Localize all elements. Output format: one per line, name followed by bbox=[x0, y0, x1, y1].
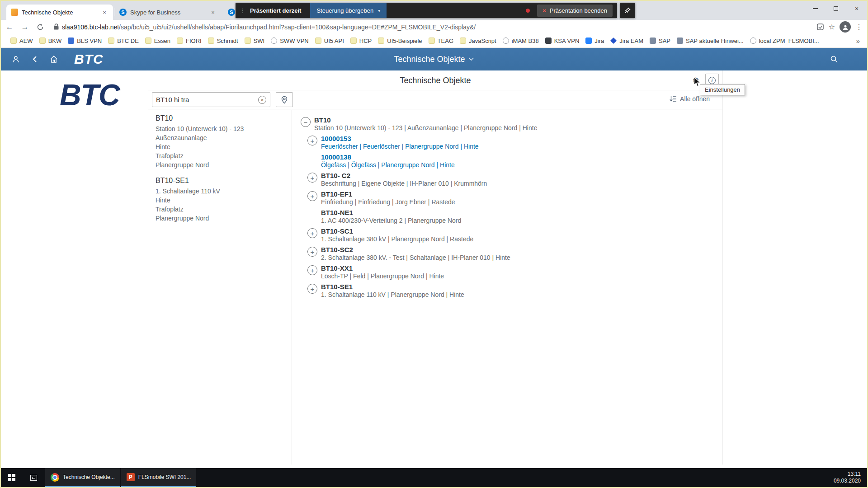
bookmark-item[interactable]: BLS VPN bbox=[65, 38, 105, 44]
bookmark-item[interactable]: SAP aktuelle Hinwei... bbox=[674, 38, 747, 44]
user-icon[interactable] bbox=[12, 55, 20, 63]
tree-row[interactable]: + BT10-SC2 2. Schaltanlage 380 kV. - Tes… bbox=[307, 246, 722, 262]
bookmark-item[interactable]: HCP bbox=[347, 38, 375, 44]
taskbar-clock[interactable]: 13:11 09.03.2020 bbox=[830, 468, 867, 487]
fiori-favicon bbox=[11, 9, 18, 16]
tree-item-title[interactable]: BT10-XX1 bbox=[321, 264, 444, 272]
tree-item-desc: Beschriftung | Eigene Objekte | IH-Plane… bbox=[321, 180, 487, 188]
app-title[interactable]: Technische Objekte bbox=[394, 55, 474, 64]
expand-icon[interactable]: + bbox=[307, 191, 317, 201]
back-icon[interactable] bbox=[32, 55, 38, 63]
expand-icon[interactable]: + bbox=[307, 173, 317, 183]
tree-row[interactable]: + 10000153 Feuerlöscher | Feuerlöscher |… bbox=[307, 135, 722, 150]
pin-bar-button[interactable] bbox=[620, 3, 635, 18]
profile-avatar[interactable] bbox=[840, 21, 851, 33]
tree-row[interactable]: + BT10-EF1 Einfriedung | Einfriedung | J… bbox=[307, 190, 722, 206]
tree-row[interactable]: BT10-NE1 1. AC 400/230-V-Verteilung 2 | … bbox=[307, 209, 722, 225]
start-button[interactable] bbox=[1, 468, 23, 487]
skype-favicon: S bbox=[228, 9, 235, 16]
bookmark-item[interactable]: Jira EAM bbox=[607, 38, 646, 44]
expand-icon[interactable]: + bbox=[307, 247, 317, 257]
browser-tab-active[interactable]: Technische Objekte × bbox=[6, 5, 113, 20]
bookmark-item[interactable]: TEAG bbox=[425, 38, 457, 44]
tree-row[interactable]: − BT10 Station 10 (Unterwerk 10) - 123 |… bbox=[301, 116, 722, 132]
url-domain: slaa9106.btc-lab.net bbox=[62, 23, 119, 31]
transfer-control-button[interactable]: Steuerung übergeben ▾ bbox=[310, 3, 387, 18]
list-item-line: 1. Schaltanlage 110 kV bbox=[156, 187, 284, 196]
lock-icon[interactable] bbox=[53, 23, 59, 30]
tree-row[interactable]: + BT10-SE1 1. Schaltanlage 110 kV | Plan… bbox=[307, 283, 722, 299]
tree-item-title[interactable]: BT10-EF1 bbox=[321, 190, 455, 198]
tab-title: Skype for Business bbox=[130, 9, 206, 16]
clear-search-icon[interactable]: × bbox=[258, 96, 266, 104]
expand-icon[interactable]: + bbox=[307, 136, 317, 145]
browser-menu-icon[interactable]: ⋮ bbox=[855, 23, 863, 31]
bookmark-item[interactable]: SWW VPN bbox=[268, 38, 312, 44]
tree-item-link[interactable]: 10000153 bbox=[321, 135, 479, 143]
forward-button[interactable]: → bbox=[18, 21, 32, 33]
maximize-button[interactable] bbox=[826, 1, 846, 16]
reload-button[interactable] bbox=[33, 21, 47, 33]
bookmark-item[interactable]: SAP bbox=[646, 38, 674, 44]
tree-row[interactable]: + BT10-SC1 1. Schaltanlage 380 kV | Plan… bbox=[307, 227, 722, 243]
taskbar-app-chrome[interactable]: Technische Objekte... bbox=[45, 468, 120, 487]
expand-icon[interactable]: + bbox=[307, 284, 317, 294]
grip-icon[interactable]: ⋮ bbox=[240, 7, 245, 14]
tree-item-desc: 1. Schaltanlage 380 kV | Planergruppe No… bbox=[321, 235, 473, 243]
bookmark-label: Jira EAM bbox=[619, 38, 643, 44]
search-field[interactable]: × bbox=[152, 92, 270, 107]
tab-close-icon[interactable]: × bbox=[209, 8, 217, 16]
bookmark-item[interactable]: FIORI bbox=[174, 38, 205, 44]
task-view-button[interactable] bbox=[23, 468, 44, 487]
bookmark-icon bbox=[145, 38, 151, 44]
bookmark-item[interactable]: BTC DE bbox=[105, 38, 142, 44]
home-icon[interactable] bbox=[50, 55, 58, 63]
bookmark-item[interactable]: JavaScript bbox=[457, 38, 500, 44]
url-field[interactable]: slaa9106.btc-lab.net/sap/bc/ui5_ui5/ui2/… bbox=[62, 23, 813, 31]
taskbar-app-powerpoint[interactable]: P FLSmobile SWI 201... bbox=[121, 468, 197, 487]
tab-close-icon[interactable]: × bbox=[100, 8, 108, 16]
tree-row[interactable]: + BT10-XX1 Lösch-TP | Feld | Planergrupp… bbox=[307, 264, 722, 280]
tree-row[interactable]: 10000138 Ölgefäss | Ölgefäss | Planergru… bbox=[307, 153, 722, 169]
close-window-button[interactable]: × bbox=[846, 1, 867, 16]
bookmark-item[interactable]: AEW bbox=[7, 38, 36, 44]
collapse-icon[interactable]: − bbox=[301, 117, 311, 127]
jira-diamond-icon bbox=[610, 38, 617, 44]
bookmark-item[interactable]: SWI bbox=[241, 38, 268, 44]
expand-icon[interactable]: + bbox=[307, 228, 317, 238]
bookmark-item[interactable]: UI5-Beispiele bbox=[375, 38, 425, 44]
tree-item-desc: Einfriedung | Einfriedung | Jörg Ebner |… bbox=[321, 198, 455, 206]
extensions-icon[interactable] bbox=[816, 23, 824, 31]
tree-item-title[interactable]: BT10- C2 bbox=[321, 172, 487, 180]
search-input[interactable] bbox=[156, 96, 258, 103]
tree-item-title[interactable]: BT10-SC2 bbox=[321, 246, 510, 254]
bookmark-item[interactable]: iMAM B38 bbox=[500, 38, 542, 44]
list-item[interactable]: BT10 Station 10 (Unterwerk 10) - 123 Auß… bbox=[156, 114, 284, 169]
bookmark-item[interactable]: UI5 API bbox=[312, 38, 347, 44]
tree-row[interactable]: + BT10- C2 Beschriftung | Eigene Objekte… bbox=[307, 172, 722, 188]
end-presentation-button[interactable]: × Präsentation beenden bbox=[537, 5, 613, 17]
location-filter-button[interactable] bbox=[276, 92, 293, 107]
minimize-button[interactable] bbox=[805, 1, 826, 16]
bookmark-item[interactable]: BKW bbox=[36, 38, 65, 44]
tree-item-title[interactable]: BT10-NE1 bbox=[321, 209, 461, 217]
bookmark-item[interactable]: Jira bbox=[582, 38, 607, 44]
bookmark-item[interactable]: Essen bbox=[142, 38, 174, 44]
bookmark-star-icon[interactable]: ☆ bbox=[829, 23, 835, 31]
open-all-button[interactable]: Alle öffnen bbox=[670, 95, 710, 103]
bookmark-item[interactable]: local ZPM_FLSMOBI... bbox=[747, 38, 822, 44]
bookmarks-overflow-chevron[interactable]: » bbox=[856, 37, 860, 45]
bookmark-item[interactable]: Schmidt bbox=[205, 38, 241, 44]
search-icon[interactable] bbox=[830, 55, 838, 63]
tree-item-title[interactable]: BT10 bbox=[314, 116, 537, 124]
expand-icon[interactable]: + bbox=[307, 265, 317, 275]
list-item[interactable]: BT10-SE1 1. Schaltanlage 110 kV Hinte Tr… bbox=[156, 177, 284, 223]
back-button[interactable]: ← bbox=[3, 21, 16, 33]
tree-item-title[interactable]: BT10-SC1 bbox=[321, 227, 473, 235]
tree-item-title[interactable]: BT10-SE1 bbox=[321, 283, 464, 291]
tree-item-link[interactable]: 10000138 bbox=[321, 153, 455, 161]
taskbar-app-label: FLSmobile SWI 201... bbox=[138, 474, 191, 480]
transfer-control-label: Steuerung übergeben bbox=[316, 7, 373, 14]
bookmark-item[interactable]: KSA VPN bbox=[542, 38, 583, 44]
browser-tab-skype[interactable]: S Skype for Business × bbox=[115, 5, 222, 20]
